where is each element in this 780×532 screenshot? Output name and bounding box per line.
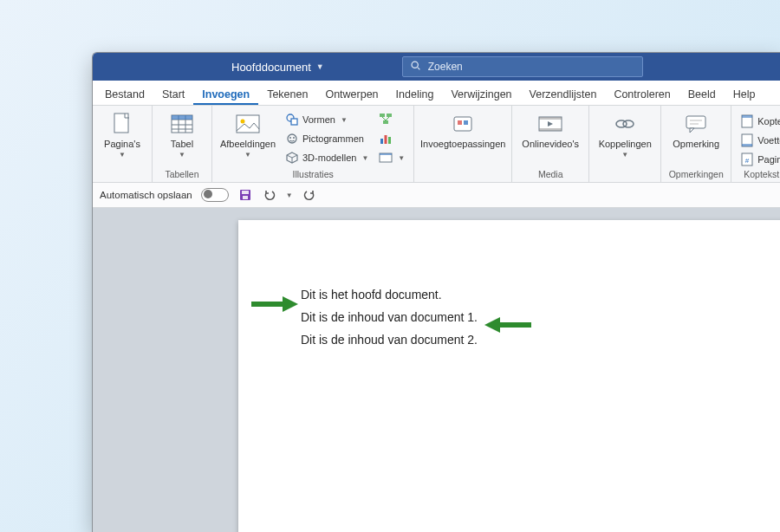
quick-access-row: Automatisch opslaan ▼ [93,183,780,208]
svg-rect-24 [380,139,383,144]
chevron-down-icon: ▼ [316,62,324,71]
group-paginas: Pagina's ▼ [93,106,153,182]
document-line[interactable]: Dit is de inhoud van document 2. [301,333,731,347]
svg-point-15 [289,137,291,139]
tabel-button[interactable]: Tabel ▼ [158,109,206,168]
svg-rect-43 [742,115,752,118]
chart-button[interactable] [375,130,408,147]
chevron-down-icon: ▼ [341,116,348,124]
addins-icon [450,111,476,137]
tab-controleren[interactable]: Controleren [605,84,679,105]
group-label [419,168,506,180]
save-button[interactable] [237,187,253,203]
page[interactable]: Dit is het hoofd document. Dit is de inh… [238,220,780,532]
vormen-button[interactable]: Vormen ▼ [282,111,372,128]
svg-line-22 [382,117,386,120]
onlinevideos-button[interactable]: Onlinevideo's [517,109,583,168]
svg-rect-10 [237,115,259,133]
svg-point-37 [623,120,634,127]
opmerking-label: Opmerking [673,139,719,150]
group-invoegtoepassingen: Invoegtoepassingen [414,106,512,182]
footer-icon [740,133,754,147]
svg-point-16 [293,137,295,139]
group-media: Onlinevideo's Media [512,106,589,182]
chevron-down-icon: ▼ [179,151,185,159]
invoegtoepassingen-label: Invoegtoepassingen [420,139,505,150]
tab-bestand[interactable]: Bestand [96,84,153,105]
paginanummer-button[interactable]: # Paginanummer ▼ [737,151,780,168]
link-icon [612,111,638,137]
shapes-icon [285,113,299,127]
group-label: Tabellen [158,168,206,180]
document-title-button[interactable]: Hoofddocument ▼ [231,61,324,74]
document-line[interactable]: Dit is het hoofd document. [301,288,731,302]
tab-beeld[interactable]: Beeld [679,84,725,105]
svg-rect-26 [388,137,391,144]
video-icon [537,111,563,137]
table-icon [169,111,195,137]
pictogrammen-label: Pictogrammen [302,133,364,144]
tab-help[interactable]: Help [725,84,764,105]
voettekst-label: Voettekst [757,135,780,146]
group-illustraties: Afbeeldingen ▼ Vormen ▼ Pictogrammen [212,106,414,182]
screenshot-icon [379,151,393,165]
undo-button[interactable] [262,187,277,203]
chevron-down-icon: ▼ [398,154,405,162]
comment-icon [683,111,709,137]
svg-rect-13 [291,119,297,125]
chevron-down-icon: ▼ [361,154,368,162]
svg-rect-33 [539,117,562,120]
header-icon [740,114,754,128]
undo-dropdown[interactable]: ▼ [286,191,293,199]
autosave-toggle[interactable] [201,188,229,202]
smartart-button[interactable] [375,111,408,128]
chevron-down-icon: ▼ [621,151,628,159]
svg-rect-30 [458,120,462,125]
tab-verzendlijsten[interactable]: Verzendlijsten [521,84,606,105]
afbeeldingen-label: Afbeeldingen [220,139,276,150]
tab-ontwerpen[interactable]: Ontwerpen [316,84,387,105]
invoegtoepassingen-button[interactable]: Invoegtoepassingen [419,109,506,168]
paginas-button[interactable]: Pagina's ▼ [98,109,146,168]
group-koptekst-voettekst: Koptekst ▼ Voettekst ▼ # Paginanummer ▼ [731,106,780,182]
3d-modellen-button[interactable]: 3D-modellen ▼ [282,149,372,166]
tab-invoegen[interactable]: Invoegen [193,84,258,105]
tab-tekenen[interactable]: Tekenen [258,84,316,105]
smartart-icon [379,113,393,127]
afbeeldingen-button[interactable]: Afbeeldingen ▼ [218,109,278,168]
group-label [98,168,146,180]
word-app-window: Hoofddocument ▼ Zoeken Bestand Start Inv… [92,52,780,532]
3d-modellen-label: 3D-modellen [302,152,356,163]
document-line[interactable]: Dit is de inhoud van document 1. [301,310,731,324]
chevron-down-icon: ▼ [244,151,251,159]
koppelingen-button[interactable]: Koppelingen ▼ [595,109,655,168]
cube-icon [285,151,299,165]
tab-verwijzingen[interactable]: Verwijzingen [442,84,520,105]
redo-button[interactable] [302,187,317,203]
screenshot-button[interactable]: ▼ [375,149,408,166]
opmerking-button[interactable]: Opmerking [666,109,725,168]
ribbon: Pagina's ▼ Tabel ▼ Tabellen [93,106,780,183]
koppelingen-label: Koppelingen [599,139,652,150]
svg-rect-29 [454,117,471,131]
svg-rect-45 [742,144,752,146]
tab-indeling[interactable]: Indeling [387,84,443,105]
document-canvas[interactable]: Dit is het hoofd document. Dit is de inh… [93,208,780,532]
pictogrammen-button[interactable]: Pictogrammen [282,130,372,147]
svg-marker-39 [690,128,694,133]
tab-start[interactable]: Start [153,84,193,105]
svg-rect-51 [242,191,249,194]
pictures-icon [235,111,261,137]
tabel-label: Tabel [171,139,193,150]
group-koppelingen: Koppelingen ▼ [589,106,661,182]
document-title-text: Hoofddocument [231,61,311,74]
group-opmerkingen: Opmerking Opmerkingen [661,106,731,182]
group-label [595,168,655,180]
group-label: Media [517,168,583,180]
koptekst-button[interactable]: Koptekst ▼ [737,113,780,130]
svg-rect-52 [243,196,248,199]
svg-rect-25 [385,135,387,144]
paginanummer-label: Paginanummer [757,154,780,165]
search-box[interactable]: Zoeken [402,56,643,77]
voettekst-button[interactable]: Voettekst ▼ [737,132,780,149]
